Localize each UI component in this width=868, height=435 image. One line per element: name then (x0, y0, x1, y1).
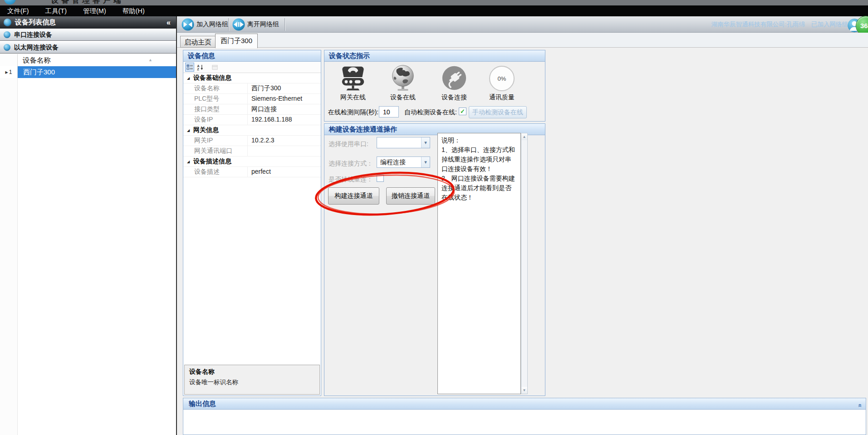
device-connect-icon (440, 64, 468, 92)
property-row[interactable]: 网关IP 10.2.2.3 (183, 136, 321, 146)
reconnect-label: 是否掉线重连： (329, 176, 373, 184)
device-online-icon (389, 64, 417, 92)
property-description-box: 设备名称 设备唯一标识名称 (184, 365, 320, 395)
property-row[interactable]: PLC型号 Siemens-Ethernet (183, 94, 321, 104)
property-pages-icon (210, 63, 219, 72)
join-network-icon (181, 18, 194, 31)
status-panel-header: 设备状态指示 (324, 50, 545, 62)
row-indicator: ▶ 1 (0, 66, 18, 78)
auto-detect-checkbox[interactable]: ✓ (459, 108, 466, 115)
ethernet-group-icon (4, 44, 10, 51)
menu-bar: 文件(F) 工具(T) 管理(M) 帮助(H) (0, 5, 868, 16)
main-toolbar: 加入网络组 离开网络组 湖南华辰智通科技有限公司:孔雨绵 已加入网络组 (177, 16, 868, 33)
dropdown-arrow-icon[interactable]: ▾ (421, 137, 430, 148)
quality-indicator: 0% 通讯质量 (477, 62, 527, 102)
connect-mode-label: 选择连接方式： (329, 160, 373, 168)
alphabetical-sort-icon[interactable]: A Z (196, 63, 205, 72)
leave-network-button[interactable]: 离开网络组 (230, 18, 281, 31)
categorized-view-icon[interactable] (185, 63, 194, 72)
scroll-down-icon[interactable]: ▼ (521, 387, 527, 394)
menu-manage[interactable]: 管理(M) (80, 7, 109, 15)
sidebar-title: 设备列表信息 (15, 18, 167, 27)
property-row[interactable]: 网关通讯端口 (183, 146, 321, 156)
gateway-online-indicator: 网关在线 (328, 62, 378, 102)
auto-detect-label: 自动检测设备在线: (404, 108, 457, 117)
svg-text:A: A (197, 64, 199, 67)
device-connect-indicator: 设备连接 (429, 62, 479, 102)
revoke-channel-button[interactable]: 撤销连接通道 (386, 187, 435, 205)
property-row[interactable]: 设备IP 192.168.1.188 (183, 115, 321, 125)
sidebar-item-serial-devices[interactable]: 串口连接设备 (0, 29, 176, 41)
quality-gauge-icon: 0% (489, 66, 515, 91)
menu-file[interactable]: 文件(F) (5, 7, 32, 15)
property-group-description[interactable]: ◢ 设备描述信息 (183, 156, 321, 167)
property-row[interactable]: 接口类型 网口连接 (183, 104, 321, 115)
property-grid-toolbar: A Z (183, 62, 321, 73)
gateway-online-icon (339, 64, 367, 92)
serial-group-icon (4, 31, 10, 38)
instruction-notes: 说明： 1、选择串口、连接方式和掉线重连操作选项只对串口连接设备有效！ 2、网口… (437, 133, 521, 394)
manual-detect-button[interactable]: 手动检测设备在线 (469, 106, 527, 118)
scroll-up-icon[interactable]: ▲ (521, 133, 527, 140)
group-expand-icon[interactable]: ◢ (187, 160, 193, 164)
serial-port-select[interactable]: ▾ (377, 137, 430, 148)
window-title: 设备管理客户端 (51, 0, 124, 5)
company-text: 湖南华辰智通科技有限公司:孔雨绵 (711, 20, 805, 29)
device-list-sidebar: 设备列表信息 « 串口连接设备 以太网连接设备 设备名称 ▲ ▶ 1 西门子30… (0, 16, 177, 435)
property-row[interactable]: 设备名称 西门子300 (183, 83, 321, 94)
device-list-icon (4, 19, 11, 26)
output-panel-body (183, 410, 866, 435)
row-index: 1 (9, 69, 12, 75)
device-row-siemens300[interactable]: ▶ 1 西门子300 (0, 66, 176, 78)
property-row[interactable]: 设备描述 perfect (183, 167, 321, 177)
toolbar-separator (228, 18, 229, 31)
device-row-name[interactable]: 西门子300 (18, 66, 176, 78)
window-titlebar: 设备管理客户端 (0, 0, 868, 5)
device-status-panel: 设备状态指示 网关在线 (324, 50, 545, 122)
reconnect-checkbox[interactable] (377, 175, 384, 182)
check-icon: ✓ (460, 108, 465, 115)
channel-operation-panel: 构建设备连接通道操作 选择使用串口: ▾ 选择连接方式： 编程连接 ▾ 是否掉线… (324, 123, 545, 396)
interval-label: 在线检测间隔(秒): (328, 108, 378, 117)
row-arrow-icon: ▶ (5, 70, 8, 74)
serial-port-label: 选择使用串口: (329, 140, 368, 148)
menu-tools[interactable]: 工具(T) (43, 7, 70, 15)
sidebar-header: 设备列表信息 « (0, 16, 176, 29)
device-info-panel: 设备信息 A Z ◢ 设备基础信息 (183, 50, 321, 396)
document-tab-strip: 启动主页 西门子300 (177, 33, 868, 48)
menu-help[interactable]: 帮助(H) (120, 7, 147, 15)
join-network-button[interactable]: 加入网络组 (180, 18, 230, 31)
tab-start-home[interactable]: 启动主页 (180, 36, 216, 48)
connect-mode-select[interactable]: 编程连接 ▾ (377, 156, 430, 168)
device-table-header: 设备名称 ▲ (0, 54, 176, 67)
output-collapse-icon[interactable]: » (854, 404, 865, 407)
sort-indicator-icon: ▲ (148, 58, 152, 62)
device-info-header: 设备信息 (183, 50, 321, 62)
device-online-indicator: 设备在线 (378, 62, 428, 102)
property-description-text: 设备唯一标识名称 (189, 378, 315, 386)
property-group-basic[interactable]: ◢ 设备基础信息 (183, 73, 321, 83)
toolbar-separator (284, 18, 285, 31)
tab-siemens300[interactable]: 西门子300 (215, 34, 258, 48)
leave-network-icon (232, 18, 245, 31)
property-description-title: 设备名称 (189, 368, 315, 376)
device-name-column-header[interactable]: 设备名称 (23, 56, 51, 65)
property-group-gateway[interactable]: ◢ 网关信息 (183, 125, 321, 136)
dropdown-arrow-icon[interactable]: ▾ (421, 157, 430, 167)
notes-scrollbar[interactable]: ▲ ▼ (521, 133, 528, 394)
row-number-column-header (0, 54, 18, 66)
network-status-text: 已加入网络组 (811, 20, 848, 29)
svg-text:Z: Z (197, 68, 199, 71)
output-panel-header: 输出信息 » (183, 398, 866, 410)
row-number-strip (0, 78, 18, 435)
sidebar-item-ethernet-devices[interactable]: 以太网连接设备 (0, 41, 176, 54)
group-expand-icon[interactable]: ◢ (187, 128, 193, 132)
group-expand-icon[interactable]: ◢ (187, 76, 193, 80)
collapse-sidebar-icon[interactable]: « (167, 19, 171, 27)
company-status-area: 湖南华辰智通科技有限公司:孔雨绵 已加入网络组 (711, 16, 848, 33)
build-channel-button[interactable]: 构建连接通道 (328, 187, 379, 205)
interval-input[interactable] (379, 106, 399, 117)
app-icon (4, 0, 16, 5)
